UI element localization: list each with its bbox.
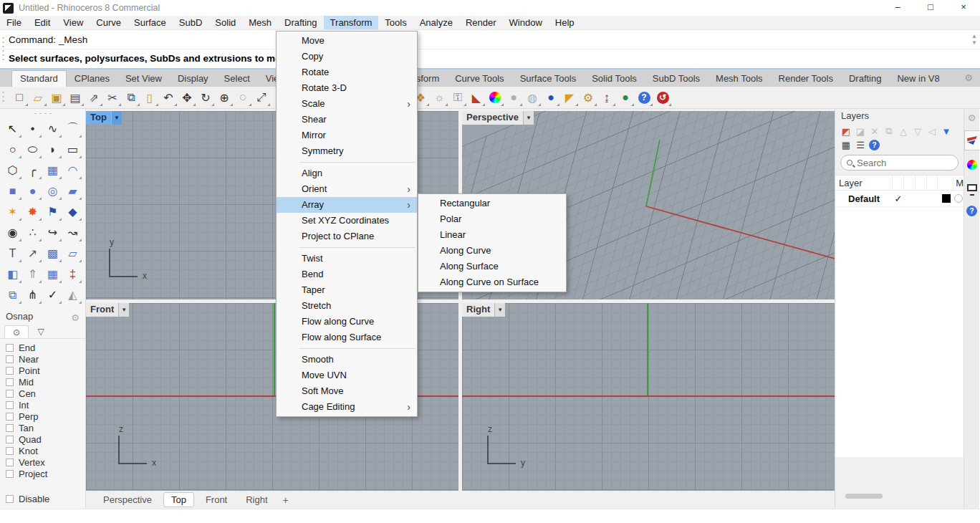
surface-from-points-icon[interactable]: ▦ — [43, 160, 63, 181]
ellipse-icon[interactable]: ⬭ — [23, 139, 43, 160]
checkbox[interactable] — [6, 424, 14, 432]
menu-item-move[interactable]: Move — [277, 33, 417, 49]
layer-help-icon[interactable]: ? — [869, 140, 880, 150]
render-cone-icon[interactable]: ◤ — [560, 88, 579, 107]
zoom-icon[interactable]: ⊕ — [215, 88, 234, 107]
tab-subd-tools[interactable]: SubD Tools — [645, 71, 708, 87]
boolean-icon[interactable]: ◉ — [3, 222, 23, 243]
control-point-curve-icon[interactable]: ∿ — [43, 118, 63, 139]
display-color-panel-icon[interactable] — [964, 155, 979, 175]
paste-icon[interactable]: ▯ — [140, 88, 159, 107]
menu-item-bend[interactable]: Bend — [277, 267, 417, 282]
rectangle-icon[interactable]: ▭ — [63, 139, 83, 160]
osnap-point[interactable]: Point — [6, 365, 85, 376]
copy-icon[interactable]: ⧉ — [122, 88, 140, 107]
menu-item-shear[interactable]: Shear — [277, 112, 417, 128]
menu-item-array[interactable]: Array — [277, 197, 417, 213]
checkbox[interactable] — [6, 470, 14, 478]
rectangular-array-icon[interactable]: ▦ — [43, 264, 63, 284]
menubar-item-help[interactable]: Help — [549, 16, 581, 29]
new-layer-icon[interactable]: ◩ — [840, 126, 852, 137]
check-objects-icon[interactable]: ✓ — [43, 284, 63, 305]
tab-surface-tools[interactable]: Surface Tools — [512, 71, 585, 87]
conic-icon[interactable]: ◗ — [43, 139, 63, 160]
menubar-item-view[interactable]: View — [57, 16, 90, 29]
menu-item-stretch[interactable]: Stretch — [277, 298, 417, 314]
osnap-knot[interactable]: Knot — [6, 445, 85, 456]
save-file-icon[interactable]: ▣ — [47, 88, 66, 107]
layers-search-box[interactable] — [840, 155, 959, 171]
checkbox[interactable] — [6, 355, 14, 363]
export-icon[interactable]: ⇗ — [85, 88, 103, 107]
osnap-near[interactable]: Near — [6, 353, 85, 365]
open-file-icon[interactable]: ▱ — [29, 88, 47, 107]
tab-display[interactable]: Display — [170, 71, 216, 87]
menubar-item-file[interactable]: File — [0, 16, 28, 29]
viewport-right-label[interactable]: Right ▼ — [462, 303, 505, 317]
viewport-dropdown-icon[interactable]: ▼ — [494, 303, 505, 317]
menu-item-taper[interactable]: Taper — [277, 282, 417, 298]
tab-mesh-tools[interactable]: Mesh Tools — [708, 71, 771, 87]
menu-item-move-uvn[interactable]: Move UVN — [277, 368, 417, 383]
submenu-item-linear[interactable]: Linear — [418, 227, 566, 243]
select-arrow-icon[interactable]: ↖ — [3, 118, 23, 139]
menubar-item-solid[interactable]: Solid — [208, 16, 242, 29]
print-icon[interactable]: ▤ — [66, 88, 85, 107]
layer-table-icon[interactable]: ▦ — [840, 140, 852, 150]
zoom-window-icon[interactable]: ◌ — [234, 88, 252, 107]
layer-material-icon[interactable] — [954, 194, 964, 203]
menu-item-cage-editing[interactable]: Cage Editing — [277, 399, 417, 415]
wireframe-view-icon[interactable]: ◍ — [523, 88, 542, 107]
hidden-objects-icon[interactable]: ☼ — [430, 88, 448, 107]
orient-icon[interactable]: ⋔ — [23, 284, 43, 305]
tab-cplanes[interactable]: CPlanes — [67, 71, 117, 87]
new-sublayer-icon[interactable]: ◪ — [855, 126, 866, 137]
solid-tools-icon[interactable]: ◧ — [3, 264, 23, 284]
viewport-right[interactable]: Right ▼ z y — [462, 303, 835, 491]
duplicate-layer-icon[interactable]: ⧉ — [883, 125, 895, 137]
viewport-tab-perspective[interactable]: Perspective — [96, 493, 159, 507]
menu-item-project-to-cplane[interactable]: Project to CPlane — [277, 229, 417, 244]
explode-icon[interactable]: ✶ — [3, 201, 23, 222]
delete-layer-icon[interactable]: ✕ — [869, 126, 880, 137]
drag-handle[interactable] — [1, 90, 5, 105]
submenu-item-along-curve[interactable]: Along Curve — [418, 243, 566, 259]
menubar-item-tools[interactable]: Tools — [378, 16, 413, 29]
submenu-item-rectangular[interactable]: Rectangular — [418, 196, 566, 211]
fillet-curves-icon[interactable]: ╭ — [23, 160, 43, 181]
render-view-icon[interactable]: ● — [542, 88, 560, 107]
options-gear-icon[interactable]: ⚙ — [579, 88, 597, 107]
arc-icon[interactable]: ⌒ — [63, 118, 83, 139]
osnap-project[interactable]: Project — [6, 468, 85, 479]
cut-icon[interactable]: ✂ — [103, 88, 122, 107]
polygon-icon[interactable]: ⬡ — [3, 160, 23, 181]
tab-solid-tools[interactable]: Solid Tools — [584, 71, 645, 87]
earth-render-icon[interactable]: ● — [616, 88, 635, 107]
osnap-disable[interactable]: Disable — [6, 493, 85, 504]
tab-set-view[interactable]: Set View — [117, 71, 170, 87]
dimension-icon[interactable]: ↨ — [597, 88, 616, 107]
checkbox[interactable] — [6, 495, 14, 503]
rotate-view-icon[interactable]: ↻ — [196, 88, 215, 107]
array-icon[interactable]: ▩ — [43, 243, 63, 264]
zoom-extents-icon[interactable]: ⤢ — [252, 88, 271, 107]
text-icon[interactable]: T — [3, 243, 23, 264]
torus-icon[interactable]: ◎ — [43, 181, 63, 201]
layer-icon[interactable]: ◣ — [467, 88, 486, 107]
checkbox[interactable] — [6, 436, 14, 443]
current-layer-check-icon[interactable] — [893, 193, 904, 204]
checkbox[interactable] — [6, 367, 14, 375]
help-panel-icon[interactable] — [964, 201, 979, 221]
sphere-icon[interactable]: ● — [23, 181, 43, 201]
osnap-perp[interactable]: Perp — [6, 411, 85, 422]
drag-handle[interactable] — [33, 112, 53, 115]
maximize-button[interactable]: □ — [914, 0, 947, 16]
horizontal-scrollbar-thumb[interactable] — [845, 494, 883, 499]
menubar-item-analyze[interactable]: Analyze — [413, 16, 459, 29]
submenu-item-polar[interactable]: Polar — [418, 211, 566, 227]
shear-icon[interactable]: ▱ — [63, 243, 83, 264]
layer-filter-icon[interactable]: ▼ — [941, 126, 952, 137]
drag-handle[interactable] — [1, 36, 5, 62]
menubar-item-window[interactable]: Window — [503, 16, 549, 29]
osnap-tan[interactable]: Tan — [6, 422, 85, 433]
